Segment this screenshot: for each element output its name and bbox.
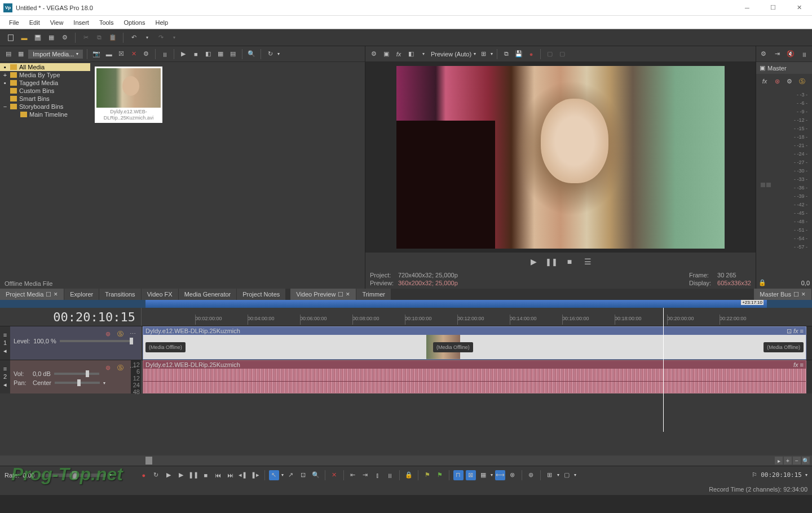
auto-ripple-button[interactable]: ⟷ bbox=[495, 470, 505, 480]
overlays-dropdown-icon[interactable]: ▾ bbox=[491, 51, 493, 56]
save-icon[interactable] bbox=[33, 33, 43, 43]
marker-button[interactable]: ⚑ bbox=[422, 470, 433, 480]
marker-span-button[interactable]: ⫼ bbox=[385, 470, 395, 480]
record-button[interactable]: ● bbox=[139, 470, 149, 480]
atrack-menu-icon[interactable]: ≡ bbox=[3, 365, 7, 372]
selection-tool[interactable]: ↗ bbox=[286, 470, 296, 480]
vtrack-menu-icon[interactable]: ≡ bbox=[3, 331, 7, 338]
pan-slider[interactable] bbox=[55, 382, 100, 384]
preview-properties-icon[interactable]: ⚙ bbox=[369, 49, 379, 59]
open-icon[interactable]: ▬ bbox=[19, 33, 29, 43]
overlays-icon[interactable]: ⊞ bbox=[478, 49, 488, 59]
track-motion-icon[interactable]: ⊛ bbox=[103, 329, 113, 339]
media-properties-icon[interactable]: ▦ bbox=[16, 49, 26, 59]
more-tools-icon[interactable]: ▢ bbox=[562, 470, 572, 480]
stop-button[interactable]: ■ bbox=[564, 256, 575, 267]
go-start-button[interactable]: ⏮ bbox=[213, 470, 223, 480]
region-button[interactable]: ⚑ bbox=[435, 470, 445, 480]
trim-end-button[interactable]: ⇥ bbox=[360, 470, 370, 480]
video-fx-icon[interactable]: fx bbox=[394, 49, 404, 59]
new-project-icon[interactable] bbox=[6, 33, 16, 43]
play-button[interactable]: ▶ bbox=[528, 256, 539, 267]
maximize-button[interactable]: ☐ bbox=[760, 0, 786, 16]
preview-mode[interactable]: Preview (Auto) bbox=[431, 51, 471, 58]
play-start-button[interactable]: ▶ bbox=[164, 470, 174, 480]
eq-icon[interactable]: ⫼ bbox=[799, 49, 809, 59]
pause-button[interactable]: ❚❚ bbox=[546, 256, 557, 267]
menu-edit[interactable]: Edit bbox=[25, 17, 45, 28]
refresh-icon[interactable]: ↻ bbox=[265, 49, 275, 59]
list-icon[interactable]: ▤ bbox=[228, 49, 238, 59]
delete-icon[interactable]: ✕ bbox=[129, 49, 139, 59]
tab-project-media[interactable]: Project Media☐✕ bbox=[0, 289, 64, 300]
rate-slider[interactable] bbox=[38, 474, 106, 477]
copy-snapshot-icon[interactable]: ⧉ bbox=[501, 49, 511, 59]
capture-video-icon[interactable]: 📷 bbox=[91, 49, 102, 59]
clip-menu-icon[interactable]: ≡ bbox=[800, 328, 804, 335]
remove-media-icon[interactable]: ☒ bbox=[116, 49, 126, 59]
master-fx-icon[interactable]: fx bbox=[760, 76, 770, 86]
trim-start-button[interactable]: ⇤ bbox=[348, 470, 358, 480]
dropdown-icon[interactable]: ▾ bbox=[418, 49, 429, 59]
tree-storyboard-bins[interactable]: −Storyboard Bins bbox=[0, 103, 90, 110]
save-snapshot-icon[interactable]: 💾 bbox=[514, 49, 524, 59]
properties-icon[interactable]: ⚙ bbox=[60, 33, 70, 43]
search-icon[interactable]: 🔍 bbox=[246, 49, 257, 59]
auto-crossfade-button[interactable]: ⊗ bbox=[508, 470, 518, 480]
redo-icon[interactable]: ↷ bbox=[156, 33, 166, 43]
cut-icon[interactable]: ✂ bbox=[81, 33, 91, 43]
audio-track-body[interactable]: Dyldy.e12.WEB-DLRip.25Kuzmich fx≡ bbox=[141, 360, 812, 393]
scroll-right-icon[interactable]: ▸ bbox=[775, 457, 783, 465]
menu-options[interactable]: Options bbox=[120, 17, 150, 28]
normal-edit-tool[interactable]: ↖ bbox=[269, 470, 279, 480]
zoom-out-icon[interactable]: − bbox=[793, 457, 801, 465]
preview-mode-dropdown-icon[interactable]: ▾ bbox=[474, 51, 476, 56]
scroll-thumb[interactable] bbox=[145, 457, 152, 465]
clip-fx-icon[interactable]: fx bbox=[793, 361, 798, 368]
tree-main-timeline[interactable]: Main Timeline bbox=[0, 110, 90, 118]
tab-project-notes[interactable]: Project Notes bbox=[237, 289, 286, 300]
tool-dropdown-icon[interactable]: ▾ bbox=[281, 472, 284, 477]
downmix-icon[interactable]: ⇥ bbox=[772, 49, 782, 59]
tab-video-preview[interactable]: Video Preview☐✕ bbox=[290, 289, 356, 300]
tab-transitions[interactable]: Transitions bbox=[99, 289, 141, 300]
paste-icon[interactable]: 📋 bbox=[108, 33, 118, 43]
redo-dropdown-icon[interactable]: ▾ bbox=[169, 33, 179, 43]
split-button[interactable]: ⫿ bbox=[373, 470, 383, 480]
rate-dropdown-icon[interactable]: ▾ bbox=[109, 472, 112, 477]
mixer-settings-icon[interactable]: ⚙ bbox=[758, 49, 769, 59]
views-icon[interactable]: ⫼ bbox=[160, 49, 170, 59]
get-media-icon[interactable]: ▬ bbox=[104, 49, 114, 59]
clip-menu-icon[interactable]: ≡ bbox=[800, 361, 804, 368]
object-tool-icon[interactable]: ⊛ bbox=[526, 470, 536, 480]
snap-grid-button[interactable]: ⊠ bbox=[466, 470, 476, 480]
media-fx-icon[interactable]: ⚙ bbox=[141, 49, 151, 59]
playhead[interactable] bbox=[663, 308, 664, 432]
zoom-tool[interactable]: 🔍 bbox=[311, 470, 321, 480]
tab-media-generator[interactable]: Media Generator bbox=[179, 289, 237, 300]
next-frame-button[interactable]: ❚▸ bbox=[250, 470, 261, 480]
menu-button[interactable]: ☰ bbox=[582, 256, 593, 267]
dim-icon[interactable]: 🔇 bbox=[785, 49, 796, 59]
import-media-button[interactable]: Import Media...▾ bbox=[28, 50, 83, 59]
video-clip[interactable]: Dyldy.e12.WEB-DLRip.25Kuzmich ⊡fx≡ (Medi… bbox=[143, 326, 806, 360]
stop-icon[interactable]: ■ bbox=[191, 49, 201, 59]
quantize-button[interactable]: ▦ bbox=[478, 470, 488, 480]
menu-file[interactable]: File bbox=[5, 17, 24, 28]
video-track-header[interactable]: ≡1◂ ⊛ Ⓢ ⋯ Level: 100,0 % bbox=[0, 326, 141, 360]
record-icon[interactable]: ● bbox=[526, 49, 536, 59]
external-monitor-icon[interactable]: ▣ bbox=[381, 49, 391, 59]
go-end-button[interactable]: ⏭ bbox=[226, 470, 236, 480]
toggle-2-icon[interactable]: ▢ bbox=[557, 49, 567, 59]
tree-all-media[interactable]: ▪All Media bbox=[0, 63, 90, 71]
tab-video-fx[interactable]: Video FX bbox=[142, 289, 179, 300]
time-dropdown-icon[interactable]: ▾ bbox=[805, 472, 807, 477]
minimize-button[interactable]: ─ bbox=[734, 0, 760, 16]
tree-smart-bins[interactable]: Smart Bins bbox=[0, 95, 90, 103]
master-solo-icon[interactable]: Ⓢ bbox=[797, 76, 807, 86]
snap-dropdown-icon[interactable]: ▾ bbox=[491, 472, 493, 477]
menu-insert[interactable]: Insert bbox=[69, 17, 94, 28]
track-more-icon[interactable]: ⋯ bbox=[127, 362, 138, 373]
toggle-1-icon[interactable]: ▢ bbox=[545, 49, 555, 59]
tab-explorer[interactable]: Explorer bbox=[64, 289, 99, 300]
